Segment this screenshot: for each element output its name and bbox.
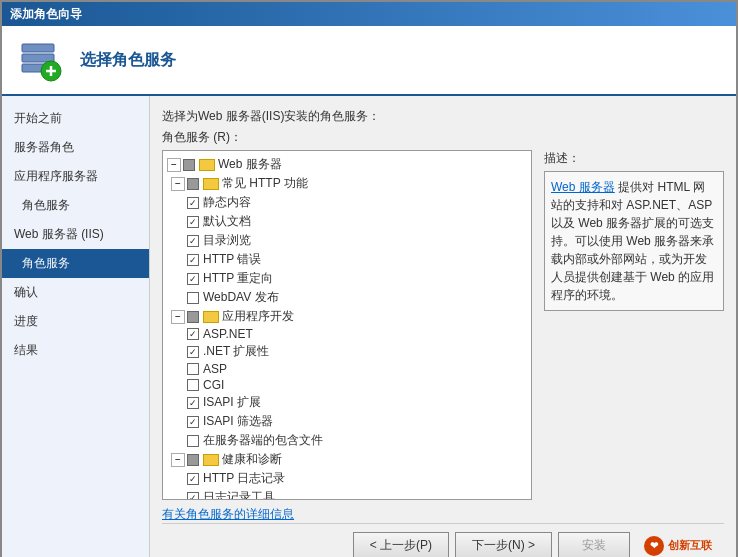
sidebar-item-start[interactable]: 开始之前 [2,104,149,133]
main-content: 选择为Web 服务器(IIS)安装的角色服务： 角色服务 (R)： − Web … [150,96,736,557]
tree-node-asp: ASP [167,361,527,377]
brand-logo: ❤ 创新互联 [644,536,712,556]
checkbox-isapi-ext[interactable] [187,397,199,409]
brand-icon: ❤ [644,536,664,556]
checkbox-cgi[interactable] [187,379,199,391]
sidebar-item-server-roles[interactable]: 服务器角色 [2,133,149,162]
sidebar-item-app-server[interactable]: 应用程序服务器 [2,162,149,191]
desc-link[interactable]: Web 服务器 [551,180,615,194]
label-default-doc: 默认文档 [203,213,251,230]
server-add-icon [18,36,66,84]
folder-icon-web-server [199,159,215,171]
label-health-diag: 健康和诊断 [222,451,282,468]
tree-node-isapi-filter: ISAPI 筛选器 [167,412,527,431]
sidebar-item-confirm[interactable]: 确认 [2,278,149,307]
folder-icon-common-http [203,178,219,190]
prev-button[interactable]: < 上一步(P) [353,532,449,557]
tree-node-http-errors: HTTP 错误 [167,250,527,269]
folder-icon-app-dev [203,311,219,323]
checkbox-http-logging[interactable] [187,473,199,485]
tree-node-default-doc: 默认文档 [167,212,527,231]
tree-node-web-server: − Web 服务器 [167,155,527,174]
tree-node-dir-browsing: 目录浏览 [167,231,527,250]
label-asp: ASP [203,362,227,376]
tree-node-webdav: WebDAV 发布 [167,288,527,307]
next-button[interactable]: 下一步(N) > [455,532,552,557]
expander-app-dev[interactable]: − [171,310,185,324]
checkbox-isapi-filter[interactable] [187,416,199,428]
checkbox-static-content[interactable] [187,197,199,209]
svg-rect-0 [22,44,54,52]
label-isapi-ext: ISAPI 扩展 [203,394,261,411]
label-asp-net: ASP.NET [203,327,253,341]
tree-node-static-content: 静态内容 [167,193,527,212]
label-server-side-inc: 在服务器端的包含文件 [203,432,323,449]
checkbox-asp[interactable] [187,363,199,375]
tree-node-cgi: CGI [167,377,527,393]
expander-common-http[interactable]: − [171,177,185,191]
tree-node-common-http: − 常见 HTTP 功能 [167,174,527,193]
title-bar: 添加角色向导 [2,2,736,26]
sidebar-item-role-services-1[interactable]: 角色服务 [2,191,149,220]
role-services-label: 角色服务 (R)： [162,129,724,146]
tree-node-asp-net: ASP.NET [167,326,527,342]
label-webdav: WebDAV 发布 [203,289,279,306]
detail-link[interactable]: 有关角色服务的详细信息 [162,506,532,523]
checkbox-health-diag[interactable] [187,454,199,466]
page-title: 选择角色服务 [80,50,176,71]
role-tree[interactable]: − Web 服务器 − 常见 HTTP 功能 [162,150,532,500]
checkbox-asp-net[interactable] [187,328,199,340]
label-http-logging: HTTP 日志记录 [203,470,285,487]
tree-node-logging-tools: 日志记录工具 [167,488,527,500]
sidebar-item-results[interactable]: 结果 [2,336,149,365]
folder-icon-health-diag [203,454,219,466]
label-net-ext: .NET 扩展性 [203,343,269,360]
expander-health-diag[interactable]: − [171,453,185,467]
checkbox-common-http[interactable] [187,178,199,190]
tree-node-http-logging: HTTP 日志记录 [167,469,527,488]
label-cgi: CGI [203,378,224,392]
checkbox-net-ext[interactable] [187,346,199,358]
instruction-label: 选择为Web 服务器(IIS)安装的角色服务： [162,108,724,125]
sidebar: 开始之前 服务器角色 应用程序服务器 角色服务 Web 服务器 (IIS) 角色… [2,96,150,557]
dialog-title: 添加角色向导 [10,6,82,23]
brand-name: 创新互联 [668,538,712,553]
label-http-errors: HTTP 错误 [203,251,261,268]
label-common-http: 常见 HTTP 功能 [222,175,308,192]
install-button[interactable]: 安装 [558,532,630,557]
tree-node-http-redirect: HTTP 重定向 [167,269,527,288]
label-http-redirect: HTTP 重定向 [203,270,273,287]
checkbox-app-dev[interactable] [187,311,199,323]
checkbox-dir-browsing[interactable] [187,235,199,247]
page-header: 选择角色服务 [2,26,736,96]
tree-node-net-ext: .NET 扩展性 [167,342,527,361]
tree-node-health-diag: − 健康和诊断 [167,450,527,469]
sidebar-item-progress[interactable]: 进度 [2,307,149,336]
checkbox-web-server[interactable] [183,159,195,171]
sidebar-item-role-services-2[interactable]: 角色服务 [2,249,149,278]
dialog: 添加角色向导 选择角色服务 开始之前 服务器角色 [0,0,738,557]
description-label: 描述： [544,150,724,167]
expander-web-server[interactable]: − [167,158,181,172]
left-panel: − Web 服务器 − 常见 HTTP 功能 [162,150,532,523]
right-panel: 描述： Web 服务器 提供对 HTML 网站的支持和对 ASP.NET、ASP… [544,150,724,523]
label-web-server: Web 服务器 [218,156,282,173]
sidebar-item-web-server-iis[interactable]: Web 服务器 (IIS) [2,220,149,249]
label-app-dev: 应用程序开发 [222,308,294,325]
checkbox-server-side-inc[interactable] [187,435,199,447]
label-dir-browsing: 目录浏览 [203,232,251,249]
checkbox-webdav[interactable] [187,292,199,304]
tree-node-isapi-ext: ISAPI 扩展 [167,393,527,412]
label-static-content: 静态内容 [203,194,251,211]
label-logging-tools: 日志记录工具 [203,489,275,500]
checkbox-http-redirect[interactable] [187,273,199,285]
description-box: Web 服务器 提供对 HTML 网站的支持和对 ASP.NET、ASP 以及 … [544,171,724,311]
checkbox-http-errors[interactable] [187,254,199,266]
checkbox-logging-tools[interactable] [187,492,199,501]
checkbox-default-doc[interactable] [187,216,199,228]
tree-node-app-dev: − 应用程序开发 [167,307,527,326]
label-isapi-filter: ISAPI 筛选器 [203,413,273,430]
description-text: 提供对 HTML 网站的支持和对 ASP.NET、ASP 以及 Web 服务器扩… [551,180,714,302]
bottom-bar: < 上一步(P) 下一步(N) > 安装 ❤ 创新互联 [162,523,724,557]
tree-node-server-side-inc: 在服务器端的包含文件 [167,431,527,450]
